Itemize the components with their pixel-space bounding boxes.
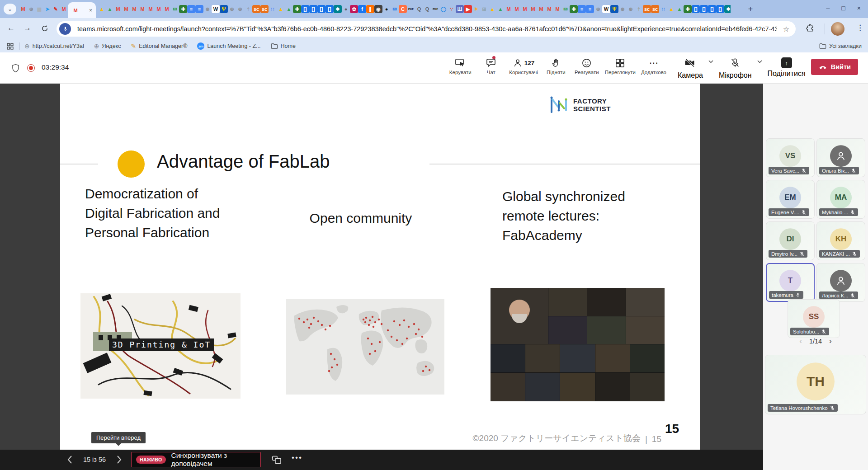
tab-favicon[interactable]: ✚ xyxy=(570,5,578,13)
browser-menu-icon[interactable]: ⋮ xyxy=(856,23,864,33)
participant-tile[interactable]: Ольга Вік... xyxy=(816,138,865,177)
refresh-icon[interactable] xyxy=(41,24,49,33)
camera-button[interactable]: Камера xyxy=(678,56,703,80)
site-mic-icon[interactable] xyxy=(59,23,71,35)
participant-tile[interactable]: VSVera Savc... xyxy=(766,138,815,177)
tab-favicon[interactable]: Q xyxy=(423,5,431,13)
participant-tile[interactable]: Ttakemura xyxy=(766,263,815,302)
raise-hand-button[interactable]: Підняти xyxy=(543,56,569,75)
chat-button[interactable]: Чат xyxy=(478,56,504,75)
tab-favicon[interactable]: sc xyxy=(260,5,269,13)
tab-favicon[interactable]: ✚ xyxy=(179,5,187,13)
tab-favicon[interactable]: PKF xyxy=(407,5,415,13)
participant-tile[interactable]: KHKANZAKI ... xyxy=(816,221,865,260)
tab-search-button[interactable]: ⌄ xyxy=(4,4,16,14)
tab-favicon[interactable]: ❖ xyxy=(724,5,731,13)
tab-favicon[interactable]: M xyxy=(138,5,146,13)
tab-favicon[interactable]: M xyxy=(553,5,561,13)
tab-favicon[interactable]: ⊕ xyxy=(203,5,212,13)
close-tab-icon[interactable]: × xyxy=(89,7,92,14)
tab-favicon[interactable]: ▲ xyxy=(285,5,293,13)
tab-favicon[interactable]: ▲ xyxy=(277,5,285,13)
tab-favicon[interactable]: ▦ xyxy=(35,5,43,13)
close-window-icon[interactable]: × xyxy=(857,5,861,12)
tab-favicon[interactable]: ✿ xyxy=(350,5,358,13)
tab-favicon[interactable]: † xyxy=(244,5,252,13)
tab-favicon[interactable]: ✚ xyxy=(293,5,301,13)
tab-favicon[interactable]: Ψ xyxy=(610,5,618,13)
tab-favicon[interactable]: M xyxy=(130,5,138,13)
tab-favicon[interactable]: ▲ xyxy=(488,5,496,13)
tab-favicon[interactable]: ∵ xyxy=(448,5,456,13)
participant-tile[interactable]: MAMykhailo ... xyxy=(816,180,865,219)
participant-tile[interactable]: SSSolohubo... xyxy=(788,299,840,338)
tab-favicon[interactable]: W xyxy=(212,5,220,13)
tab-favicon[interactable]: [] xyxy=(317,5,326,13)
tab-favicon[interactable]: ⊕ xyxy=(228,5,236,13)
tab-favicon[interactable]: sc xyxy=(252,5,260,13)
bookmark-item[interactable]: ⊕Яндекс xyxy=(94,42,121,50)
mic-button[interactable]: Мікрофон xyxy=(719,56,752,80)
shield-icon[interactable] xyxy=(11,63,20,73)
tab-favicon[interactable]: ● xyxy=(382,5,391,13)
view-button[interactable]: Переглянути xyxy=(605,56,636,75)
tab-favicon[interactable]: ▲ xyxy=(98,5,106,13)
tab-favicon[interactable]: ⊕ xyxy=(618,5,627,13)
tab-favicon[interactable]: ☀ xyxy=(472,5,480,13)
url-text[interactable]: teams.microsoft.com/light-meetings/launc… xyxy=(77,25,777,33)
back-icon[interactable]: ← xyxy=(7,24,15,33)
tab-favicon[interactable]: [] xyxy=(309,5,317,13)
bookmark-item[interactable]: Home xyxy=(271,43,296,49)
tab-favicon[interactable]: M xyxy=(529,5,537,13)
tab-favicon[interactable]: M xyxy=(146,5,155,13)
all-bookmarks-button[interactable]: Усі закладки xyxy=(819,43,862,49)
bookmark-item[interactable]: ⊕http://catcut.net/Y3al xyxy=(24,42,84,50)
tab-favicon[interactable]: ❖ xyxy=(334,5,342,13)
bookmark-item[interactable]: ✎Editorial Manager® xyxy=(131,42,187,50)
forward-icon[interactable]: → xyxy=(24,24,31,33)
profile-avatar[interactable] xyxy=(831,22,844,36)
tab-favicon[interactable]: M xyxy=(19,5,27,13)
tab-favicon[interactable]: ⊕ xyxy=(594,5,602,13)
tab-favicon[interactable]: ≡ xyxy=(187,5,195,13)
tab-favicon[interactable]: C xyxy=(399,5,407,13)
tab-favicon[interactable]: ▲ xyxy=(667,5,675,13)
tab-favicon[interactable]: M xyxy=(513,5,521,13)
camera-chevron-icon[interactable] xyxy=(708,60,713,63)
tab-favicon[interactable]: [] xyxy=(708,5,716,13)
private-view-icon[interactable] xyxy=(271,454,282,465)
participant-tile[interactable]: DIDmytro Iv... xyxy=(766,221,815,260)
tab-favicon[interactable]: M xyxy=(505,5,513,13)
tab-favicon[interactable]: Ψ xyxy=(220,5,228,13)
bookmark-item[interactable]: zmLaunch Meeting - Z... xyxy=(197,42,260,50)
tab-favicon[interactable]: W xyxy=(602,5,610,13)
bookmark-star-icon[interactable]: ☆ xyxy=(783,25,789,33)
tab-favicon[interactable]: ⊕ xyxy=(236,5,244,13)
share-button[interactable]: ↑ Поділитися xyxy=(768,56,806,78)
tab-favicon[interactable]: ≡ xyxy=(195,5,203,13)
active-tab[interactable]: M × xyxy=(68,2,96,18)
tab-favicon[interactable]: ≡ xyxy=(586,5,594,13)
more-button[interactable]: ⋯ Додатково xyxy=(641,56,666,75)
address-bar[interactable]: teams.microsoft.com/light-meetings/launc… xyxy=(57,21,796,37)
nav-more-icon[interactable]: ••• xyxy=(292,453,302,462)
tab-favicon[interactable]: M xyxy=(163,5,171,13)
tab-favicon[interactable]: [] xyxy=(326,5,334,13)
tab-favicon[interactable]: † xyxy=(635,5,643,13)
tab-favicon[interactable]: ≡ xyxy=(578,5,586,13)
tab-favicon[interactable]: [] xyxy=(301,5,309,13)
tab-favicon[interactable]: ✚ xyxy=(684,5,692,13)
tab-favicon[interactable]: ∷ xyxy=(269,5,277,13)
next-slide-icon[interactable] xyxy=(117,455,122,464)
tab-favicon[interactable]: ✉ xyxy=(561,5,570,13)
mic-chevron-icon[interactable] xyxy=(757,60,762,63)
tab-favicon[interactable]: [] xyxy=(716,5,724,13)
tab-favicon[interactable]: ✎ xyxy=(52,5,60,13)
apps-grid-icon[interactable] xyxy=(6,42,14,50)
tab-favicon[interactable]: M xyxy=(155,5,163,13)
react-button[interactable]: Реагувати xyxy=(574,56,599,75)
pagination-next-icon[interactable]: › xyxy=(829,337,832,346)
tab-favicon[interactable]: Ш xyxy=(456,5,464,13)
new-tab-button[interactable]: + xyxy=(745,4,756,14)
tab-favicon[interactable]: ⊕ xyxy=(27,5,35,13)
